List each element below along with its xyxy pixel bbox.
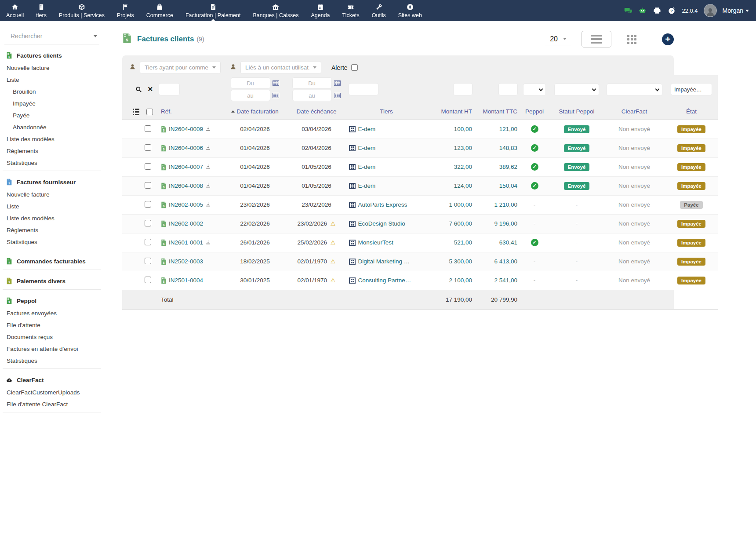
sidebar-item-liste[interactable]: Liste: [3, 201, 101, 212]
sidebar-section-title[interactable]: $Factures clients: [3, 49, 101, 62]
sidebar-item-liste-des-modèles[interactable]: Liste des modèles: [3, 133, 101, 145]
column-header-montant-ht[interactable]: Montant HT: [425, 104, 474, 120]
search-input[interactable]: [11, 33, 90, 40]
sidebar-section-title[interactable]: ClearFact: [3, 373, 101, 387]
invoice-ref-link[interactable]: IN2502-0003: [169, 258, 203, 265]
date-due-from-input[interactable]: [293, 78, 331, 88]
run-search-icon[interactable]: [135, 86, 142, 93]
contact-filter-select[interactable]: Liés à un contact utilisat…: [241, 62, 321, 73]
column-header-etat[interactable]: État: [665, 104, 718, 120]
date-due-to-input[interactable]: [293, 90, 331, 101]
add-invoice-button[interactable]: +: [662, 33, 674, 45]
chat-icon[interactable]: [624, 6, 632, 15]
clearfact-filter-select[interactable]: [607, 84, 662, 95]
row-checkbox[interactable]: [145, 258, 151, 264]
sidebar-item-statistiques[interactable]: Statistiques: [3, 355, 101, 367]
alerte-checkbox[interactable]: [351, 64, 358, 71]
robot-assistant-icon[interactable]: [638, 6, 647, 15]
etat-filter-select[interactable]: Impayée…: [671, 84, 712, 95]
nav-item-produits-services[interactable]: Produits | Services: [53, 0, 111, 21]
column-header-date-facturation[interactable]: Date facturation: [224, 104, 286, 120]
date-fact-from-input[interactable]: [231, 78, 270, 88]
fields-selector-icon[interactable]: [133, 109, 139, 115]
row-checkbox[interactable]: [145, 182, 151, 189]
nav-item-sites-web[interactable]: Sites web: [392, 0, 428, 21]
tiers-link[interactable]: E-dem: [358, 164, 376, 170]
invoice-ref-link[interactable]: IN2604-0008: [169, 182, 203, 189]
download-icon[interactable]: [205, 126, 211, 133]
invoice-ref-link[interactable]: IN2501-0004: [169, 277, 203, 284]
sidebar-item-file-d-attente[interactable]: File d'attente: [3, 319, 101, 331]
nav-item-tiers[interactable]: tiers: [30, 0, 53, 21]
nav-item-commerce[interactable]: Commerce: [140, 0, 179, 21]
nav-item-projets[interactable]: Projets: [111, 0, 140, 21]
sidebar-item-statistiques[interactable]: Statistiques: [3, 236, 101, 248]
calendar-icon[interactable]: [334, 93, 341, 98]
download-icon[interactable]: [205, 239, 211, 246]
download-icon[interactable]: [205, 145, 211, 152]
column-header-peppol[interactable]: Peppol: [519, 104, 550, 120]
calendar-icon[interactable]: [334, 80, 341, 86]
montant-ttc-filter-input[interactable]: [499, 84, 517, 95]
sidebar-item-clearfactcustomeruploads[interactable]: ClearFactCustomerUploads: [3, 387, 101, 398]
row-checkbox[interactable]: [145, 239, 151, 245]
row-checkbox[interactable]: [145, 277, 151, 283]
column-header-montant-ttc[interactable]: Montant TTC: [474, 104, 519, 120]
user-menu[interactable]: Morgan: [723, 7, 749, 14]
salesrep-filter-select[interactable]: Tiers ayant pour comme…: [140, 62, 220, 73]
tiers-link[interactable]: EcoDesign Studio: [358, 220, 405, 227]
download-icon[interactable]: [205, 164, 211, 171]
sidebar-item-brouillon[interactable]: Brouillon: [3, 86, 101, 98]
sidebar-item-abandonnée[interactable]: Abandonnée: [3, 121, 101, 133]
sidebar-item-file-d-attente-clearfact[interactable]: File d'attente ClearFact: [3, 398, 101, 410]
nav-item-tickets[interactable]: Tickets: [336, 0, 366, 21]
sidebar-section-title[interactable]: $Factures fournisseur: [3, 175, 101, 189]
invoice-ref-link[interactable]: IN2602-0002: [169, 220, 203, 227]
tiers-link[interactable]: AutoParts Express: [358, 201, 407, 208]
nav-item-facturation-paiement[interactable]: Facturation | Paiement: [179, 0, 247, 21]
download-icon[interactable]: [205, 201, 211, 208]
invoice-ref-link[interactable]: IN2604-0006: [169, 145, 203, 151]
sidebar-item-règlements[interactable]: Règlements: [3, 224, 101, 236]
select-all-checkbox[interactable]: [146, 109, 153, 115]
help-icon[interactable]: ?: [667, 6, 676, 15]
invoice-ref-link[interactable]: IN2601-0001: [169, 239, 203, 246]
sidebar-section-title[interactable]: $Paiements divers: [3, 274, 101, 288]
list-view-button[interactable]: [582, 31, 611, 47]
calendar-icon[interactable]: [273, 80, 279, 86]
row-checkbox[interactable]: [145, 201, 151, 208]
montant-ht-filter-input[interactable]: [454, 84, 472, 95]
page-size-select[interactable]: 20: [545, 33, 571, 45]
nav-item-agenda[interactable]: Agenda: [305, 0, 336, 21]
sidebar-item-règlements[interactable]: Règlements: [3, 145, 101, 157]
column-header-date-echeance[interactable]: Date échéance: [286, 104, 347, 120]
nav-item-accueil[interactable]: Accueil: [0, 0, 30, 21]
invoice-ref-link[interactable]: IN2602-0005: [169, 201, 203, 208]
row-checkbox[interactable]: [145, 163, 151, 170]
invoice-ref-link[interactable]: IN2604-0007: [169, 164, 203, 170]
column-header-statut-peppol[interactable]: Statut Peppol: [550, 104, 603, 120]
clear-search-icon[interactable]: ✕: [147, 85, 153, 93]
avatar[interactable]: [704, 4, 717, 17]
tiers-link[interactable]: E-dem: [358, 126, 376, 132]
tiers-link[interactable]: E-dem: [358, 145, 376, 151]
statut-peppol-filter-select[interactable]: [555, 84, 599, 95]
sidebar-search[interactable]: [4, 30, 99, 44]
sidebar-item-liste[interactable]: Liste: [3, 74, 101, 86]
row-checkbox[interactable]: [145, 125, 151, 132]
invoice-ref-link[interactable]: IN2604-0009: [169, 126, 203, 132]
search-scope-caret-icon[interactable]: [94, 35, 97, 37]
nav-item-banques-caisses[interactable]: Banques | Caisses: [247, 0, 305, 21]
sidebar-item-factures-en-attente-d-envoi[interactable]: Factures en attente d'envoi: [3, 343, 101, 355]
date-fact-to-input[interactable]: [231, 90, 270, 101]
download-icon[interactable]: [205, 182, 211, 190]
column-header-tiers[interactable]: Tiers: [347, 104, 425, 120]
column-header-ref[interactable]: Réf.: [157, 104, 224, 120]
calendar-icon[interactable]: [273, 93, 279, 98]
print-icon[interactable]: [653, 6, 662, 15]
sidebar-item-impayée[interactable]: Impayée: [3, 98, 101, 109]
sidebar-item-factures-envoyées[interactable]: Factures envoyées: [3, 307, 101, 319]
sidebar-item-nouvelle-facture[interactable]: Nouvelle facture: [3, 189, 101, 201]
column-header-clearfact[interactable]: ClearFact: [603, 104, 665, 120]
sidebar-item-liste-des-modèles[interactable]: Liste des modèles: [3, 212, 101, 224]
